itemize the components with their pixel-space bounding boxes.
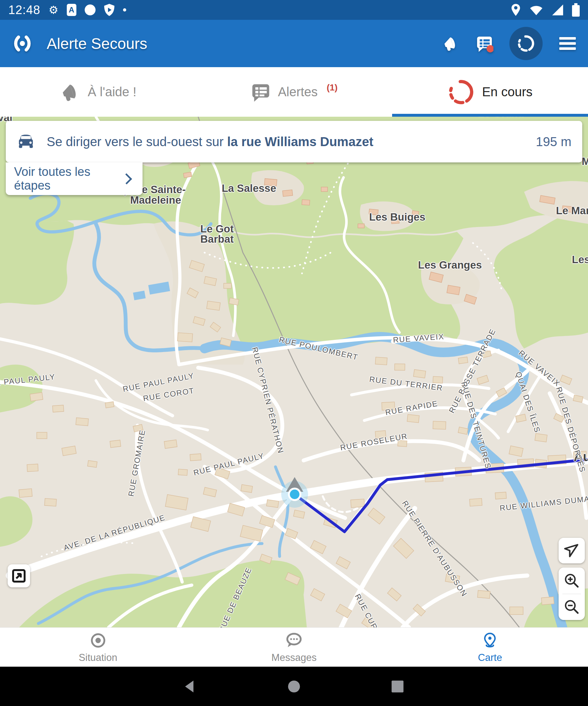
zoom-controls	[558, 567, 585, 620]
settings-notification-icon: ⚙	[49, 4, 58, 15]
status-bar: 12:48 ⚙ A	[0, 0, 588, 20]
dot-notification-icon	[123, 8, 126, 11]
instruction-text: Se diriger vers le sud-ouest sur la rue …	[47, 134, 373, 149]
bottom-nav-label: Carte	[478, 652, 502, 664]
signal-icon	[552, 4, 564, 16]
alert-list-icon	[251, 82, 271, 102]
situation-target-icon	[89, 631, 107, 650]
zoom-in-icon	[564, 573, 580, 589]
clock: 12:48	[8, 3, 40, 17]
app-bar: Alerte Secours	[0, 20, 588, 67]
bottom-nav-label: Situation	[79, 652, 117, 664]
instruction-road: la rue Williams Dumazet	[227, 134, 374, 149]
open-in-new-icon	[11, 568, 26, 583]
tab-label: Alertes	[278, 85, 318, 99]
bottom-nav-carte[interactable]: Carte	[392, 628, 588, 667]
tab-bar: À l'aide ! Alertes(1) En cours	[0, 67, 588, 117]
compass-locate-button[interactable]	[558, 538, 585, 563]
megaphone-button[interactable]	[442, 35, 460, 52]
tab-label: À l'aide !	[88, 85, 136, 99]
tab-en-cours[interactable]: En cours	[392, 67, 588, 117]
bottom-nav-situation[interactable]: Situation	[0, 628, 196, 667]
android-back-button[interactable]	[182, 678, 199, 695]
circle-notification-icon	[85, 4, 95, 15]
messages-button[interactable]	[475, 35, 493, 52]
zoom-out-icon	[564, 599, 580, 615]
bottom-nav: Situation Messages Carte	[0, 627, 588, 667]
spinner-icon	[448, 78, 475, 106]
keyboard-app-icon: A	[67, 4, 76, 16]
instruction-distance: 195 m	[536, 134, 572, 149]
current-location-marker	[290, 489, 299, 499]
tab-a-laide[interactable]: À l'aide !	[0, 67, 196, 117]
zoom-out-button[interactable]	[558, 594, 585, 620]
active-tab-indicator	[392, 114, 588, 117]
navigation-arrow-icon	[563, 542, 580, 559]
map-pin-icon	[481, 631, 499, 650]
location-status-icon	[511, 3, 521, 16]
open-fullscreen-map-button[interactable]	[8, 564, 30, 587]
alerte-secours-logo-icon	[11, 33, 33, 54]
car-icon	[16, 132, 35, 151]
map-view[interactable]: valLe GrandMpelle Sainte-MadeleineLa Sal…	[0, 117, 588, 627]
zoom-in-button[interactable]	[558, 567, 585, 594]
alert-count-badge: (1)	[327, 82, 337, 93]
all-steps-label: Voir toutes les étapes	[14, 165, 123, 193]
wifi-icon	[529, 4, 543, 16]
page-title: Alerte Secours	[47, 35, 147, 52]
hamburger-menu-button[interactable]	[558, 35, 577, 52]
tab-alertes[interactable]: Alertes(1)	[196, 67, 392, 117]
all-steps-button[interactable]: Voir toutes les étapes	[6, 162, 142, 195]
en-cours-button[interactable]	[509, 27, 543, 60]
bottom-nav-label: Messages	[271, 652, 317, 664]
messages-bubble-icon	[285, 631, 303, 650]
shield-play-icon	[104, 3, 115, 16]
tab-label: En cours	[482, 85, 533, 99]
bottom-nav-messages[interactable]: Messages	[196, 628, 392, 667]
megaphone-icon	[60, 82, 81, 103]
android-home-button[interactable]	[286, 678, 302, 695]
android-recents-button[interactable]	[389, 678, 406, 695]
battery-icon	[572, 3, 580, 16]
android-navigation-bar	[0, 667, 588, 706]
navigation-instruction-card[interactable]: Se diriger vers le sud-ouest sur la rue …	[6, 121, 582, 162]
